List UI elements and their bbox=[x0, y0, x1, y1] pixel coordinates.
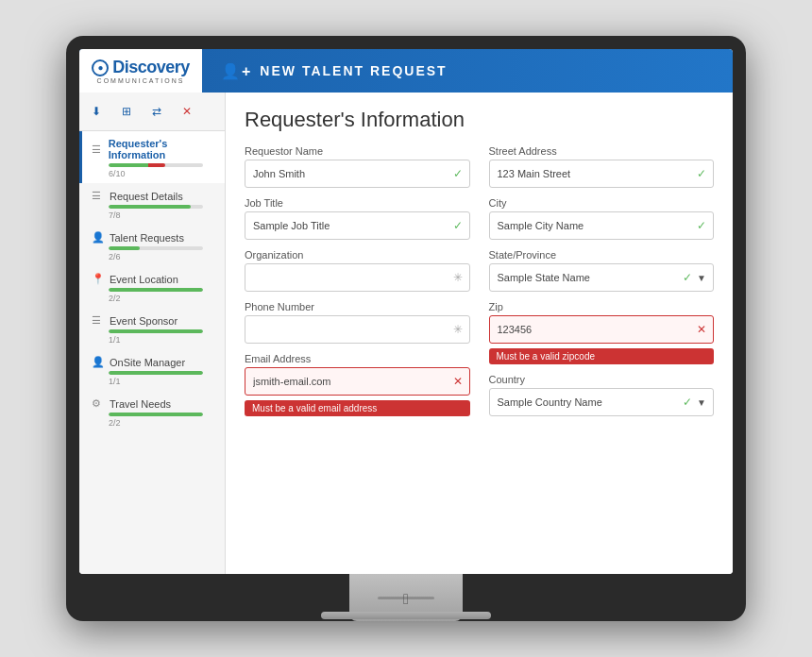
sidebar-item-onsite-manager[interactable]: 👤 OnSite Manager 1/1 bbox=[79, 349, 225, 391]
sidebar-item-event-sponsor[interactable]: ☰ Event Sponsor 1/1 bbox=[79, 308, 225, 349]
download-button[interactable]: ⬇ bbox=[85, 100, 108, 123]
logo-title: ● Discovery bbox=[92, 58, 190, 77]
sidebar-toolbar: ⬇ ⊞ ⇄ ✕ bbox=[79, 93, 225, 131]
city-group: City ✓ bbox=[489, 197, 715, 240]
requestor-name-input[interactable] bbox=[245, 160, 470, 188]
progress-bar bbox=[109, 329, 203, 333]
city-input[interactable] bbox=[489, 211, 715, 240]
travel-icon: ⚙ bbox=[92, 397, 105, 410]
requestor-name-label: Requestor Name bbox=[245, 145, 470, 157]
sidebar-item-request-details[interactable]: ☰ Request Details 7/8 bbox=[79, 183, 225, 225]
form-icon: ☰ bbox=[92, 143, 104, 156]
required-icon: ✳ bbox=[453, 323, 463, 336]
monitor-screen: ● Discovery COMMUNICATIONS 👤+ NEW TALENT… bbox=[79, 49, 733, 574]
progress-label: 7/8 bbox=[109, 211, 217, 220]
app-header: ● Discovery COMMUNICATIONS 👤+ NEW TALENT… bbox=[79, 49, 733, 93]
phone-number-group: Phone Number ✳ bbox=[245, 301, 470, 344]
state-province-label: State/Province bbox=[489, 249, 715, 261]
phone-number-wrap: ✳ bbox=[245, 315, 470, 344]
logo-box: ● Discovery COMMUNICATIONS bbox=[79, 49, 202, 93]
organization-input[interactable] bbox=[245, 263, 470, 292]
country-label: Country bbox=[489, 374, 715, 385]
form-left-col: Requestor Name ✓ Job Title ✓ bbox=[245, 145, 470, 416]
check-icon: ✓ bbox=[697, 219, 706, 232]
sidebar-item-event-location[interactable]: 📍 Event Location 2/2 bbox=[79, 266, 225, 308]
progress-label: 2/6 bbox=[109, 252, 217, 261]
street-address-label: Street Address bbox=[489, 145, 715, 157]
sidebar-item-requestors-info[interactable]: ☰ Requester's Information 6/10 bbox=[79, 131, 225, 183]
person-add-icon: 👤+ bbox=[221, 62, 252, 80]
state-province-group: State/Province ✓ ▼ bbox=[489, 249, 715, 292]
check-icon: ✓ bbox=[697, 167, 706, 180]
job-title-input[interactable] bbox=[245, 211, 470, 240]
nav-label: OnSite Manager bbox=[110, 357, 185, 368]
sidebar-item-talent-requests[interactable]: 👤 Talent Requests 2/6 bbox=[79, 225, 225, 266]
email-address-group: Email Address ✕ Must be a valid email ad… bbox=[245, 353, 470, 416]
logo-globe: ● bbox=[92, 59, 109, 76]
zip-group: Zip ✕ Must be a valid zipcode bbox=[489, 301, 715, 364]
progress-bar-container bbox=[109, 288, 203, 292]
progress-label: 1/1 bbox=[109, 335, 217, 345]
progress-bar bbox=[109, 163, 165, 167]
progress-bar-container bbox=[109, 329, 203, 333]
details-icon: ☰ bbox=[92, 190, 105, 202]
street-address-input[interactable] bbox=[489, 160, 715, 188]
progress-bar bbox=[109, 288, 203, 292]
main-content: ⬇ ⊞ ⇄ ✕ ☰ Requester's Information bbox=[79, 93, 733, 574]
person-icon: 👤 bbox=[92, 231, 105, 244]
progress-label: 1/1 bbox=[109, 377, 217, 386]
grid-button[interactable]: ⊞ bbox=[115, 100, 138, 123]
page-title: Requester's Information bbox=[245, 108, 714, 132]
state-province-wrap: ✓ ▼ bbox=[489, 263, 715, 292]
nav-label: Event Sponsor bbox=[110, 315, 178, 327]
zip-error-tooltip: Must be a valid zipcode bbox=[489, 348, 715, 364]
error-icon: ✕ bbox=[453, 375, 463, 388]
required-icon: ✳ bbox=[453, 271, 463, 284]
progress-bar bbox=[109, 371, 203, 375]
close-button[interactable]: ✕ bbox=[176, 100, 198, 123]
location-icon: 📍 bbox=[92, 273, 105, 285]
zip-wrap: ✕ bbox=[489, 315, 715, 344]
country-wrap: ✓ ▼ bbox=[489, 388, 715, 416]
progress-label: 2/2 bbox=[109, 294, 217, 303]
requestor-name-group: Requestor Name ✓ bbox=[245, 145, 470, 188]
progress-bar-container bbox=[109, 413, 203, 416]
progress-bar-container bbox=[109, 163, 203, 167]
zip-label: Zip bbox=[489, 301, 715, 312]
sidebar: ⬇ ⊞ ⇄ ✕ ☰ Requester's Information bbox=[79, 93, 226, 574]
manager-icon: 👤 bbox=[92, 356, 105, 368]
progress-bar-container bbox=[109, 246, 203, 250]
state-province-input[interactable] bbox=[489, 263, 715, 292]
form-right-col: Street Address ✓ City ✓ bbox=[489, 145, 715, 416]
progress-label: 2/2 bbox=[109, 418, 217, 428]
check-icon: ✓ bbox=[453, 167, 463, 180]
logo-text: Discovery bbox=[112, 58, 190, 77]
form-area: Requester's Information Requestor Name ✓ bbox=[226, 93, 733, 574]
country-input[interactable] bbox=[489, 388, 715, 416]
phone-number-input[interactable] bbox=[245, 315, 470, 344]
logo-sub: COMMUNICATIONS bbox=[97, 77, 185, 84]
organization-wrap: ✳ bbox=[245, 263, 470, 292]
nav-label: Request Details bbox=[110, 191, 183, 202]
nav-label: Requester's Information bbox=[109, 138, 217, 160]
monitor: ● Discovery COMMUNICATIONS 👤+ NEW TALENT… bbox=[66, 36, 746, 621]
street-address-group: Street Address ✓ bbox=[489, 145, 715, 188]
progress-bar bbox=[109, 246, 140, 250]
progress-bar bbox=[109, 205, 191, 209]
zip-input[interactable] bbox=[489, 315, 715, 344]
check-dropdown-icon: ✓ ▼ bbox=[683, 271, 706, 284]
progress-bar-container bbox=[109, 205, 203, 209]
switch-button[interactable]: ⇄ bbox=[145, 100, 168, 123]
country-group: Country ✓ ▼ bbox=[489, 374, 715, 416]
job-title-wrap: ✓ bbox=[245, 211, 470, 240]
email-address-input[interactable] bbox=[245, 367, 470, 396]
city-wrap: ✓ bbox=[489, 211, 715, 240]
organization-label: Organization bbox=[245, 249, 470, 261]
check-dropdown-icon: ✓ ▼ bbox=[683, 396, 706, 409]
monitor-base-foot bbox=[321, 612, 491, 619]
error-icon: ✕ bbox=[697, 323, 706, 336]
sidebar-item-travel-needs[interactable]: ⚙ Travel Needs 2/2 bbox=[79, 391, 225, 432]
form-columns: Requestor Name ✓ Job Title ✓ bbox=[245, 145, 714, 416]
email-address-label: Email Address bbox=[245, 353, 470, 364]
nav-label: Talent Requests bbox=[110, 232, 184, 244]
